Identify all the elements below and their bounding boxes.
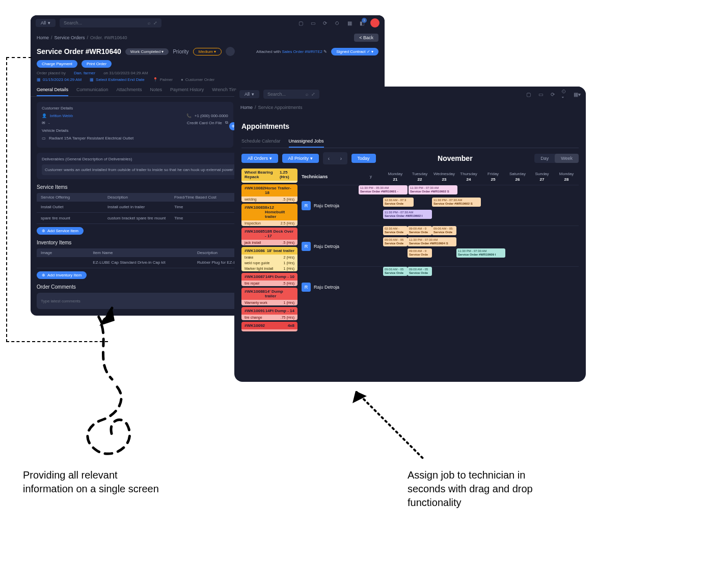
slots[interactable]: 02:30 AM -Service Orde09:00 AM - 0Servic… bbox=[359, 226, 579, 266]
add-service-button[interactable]: ⊕ Add Service Item bbox=[37, 227, 84, 235]
calendar-event[interactable]: 11:30 PM - 07:30 AMService Order #WR1060… bbox=[409, 185, 457, 194]
prev-button[interactable]: ‹ bbox=[323, 152, 335, 164]
breadcrumb-home[interactable]: Home bbox=[240, 105, 253, 110]
refresh-icon[interactable]: ⟳ bbox=[321, 19, 329, 26]
grid-icon[interactable]: ▦ bbox=[346, 19, 353, 26]
job-card[interactable]: #WK100838x12 Homebuilt trailerInspection… bbox=[241, 204, 297, 226]
job-card[interactable]: #WK1008714Ft Dump - 10tire repair.5 (Hrs… bbox=[241, 273, 297, 286]
tab-schedule[interactable]: Schedule Calendar bbox=[241, 138, 281, 148]
job-card[interactable]: #WK100924x8 bbox=[241, 322, 297, 331]
priority-label: Priority bbox=[173, 49, 188, 54]
unassigned-jobs-list[interactable]: Wheel Bearing Repack1.25 (Hrs)#WK10082Ho… bbox=[241, 169, 297, 382]
priority-dropdown[interactable]: Medium ▾ bbox=[193, 48, 222, 55]
history-icon[interactable]: ⏲▾ bbox=[561, 91, 568, 98]
phone-icon: 📞 bbox=[186, 114, 192, 118]
job-card[interactable]: #WK1009114Ft Dump - 14tire change.75 (Hr… bbox=[241, 307, 297, 320]
calendar-event[interactable]: 11:30 PM - 07:30 AMService Order #WR1060… bbox=[383, 210, 432, 219]
charge-payment-button[interactable]: Charge Payment bbox=[37, 60, 77, 68]
calendar-event[interactable]: 11:30 PM - 07:30 AMService Order #WR1060… bbox=[408, 237, 456, 246]
day-header: Saturday26 bbox=[505, 169, 530, 185]
device-icon[interactable]: ▢ bbox=[525, 91, 532, 98]
est-end-date[interactable]: ▦ Select Estimated End Date bbox=[90, 77, 145, 82]
calendar-event[interactable]: 11:30 PM - 07:30 AMService Order #WR1060… bbox=[456, 248, 505, 258]
calendar-event[interactable]: 09:00 AM - 0Service Orde bbox=[408, 248, 432, 258]
tab-communication[interactable]: Communication bbox=[76, 87, 109, 96]
attached-link[interactable]: Sales Order #WRITE2 bbox=[282, 49, 322, 54]
avatar[interactable] bbox=[370, 18, 379, 27]
today-button[interactable]: Today bbox=[351, 154, 376, 163]
priority-filter[interactable]: All Priority ▾ bbox=[282, 154, 319, 163]
calendar-event[interactable]: 11:30 PM - 05:30 AMService Order #WR1060… bbox=[359, 185, 408, 194]
calendar-event[interactable]: 09:00 AM - 05Service Orde bbox=[383, 237, 408, 246]
tab-payment[interactable]: Payment History bbox=[170, 87, 204, 96]
mail-icon: ✉ bbox=[42, 121, 45, 125]
day-header: Monday21 bbox=[383, 169, 408, 185]
location: 📍 Palmer bbox=[153, 77, 173, 82]
scope-dropdown[interactable]: All ▾ bbox=[239, 90, 259, 98]
tab-unassigned[interactable]: Unassigned Jobs bbox=[289, 138, 324, 148]
customer-name[interactable]: britton Webb bbox=[50, 114, 73, 118]
device-icon[interactable]: ▢ bbox=[297, 19, 304, 26]
breadcrumb-current: Order. #WR10640 bbox=[90, 35, 127, 40]
history-icon[interactable]: ⏲ bbox=[334, 19, 341, 26]
slots[interactable]: 09:00 AM - 05Service Orde09:00 AM - 05Se… bbox=[359, 267, 579, 307]
breadcrumb-so[interactable]: Service Orders bbox=[55, 35, 85, 40]
job-card[interactable]: #WK10082Horse Trailer-18welding.5 (Hrs) bbox=[241, 184, 297, 202]
chat-icon[interactable]: ▭ bbox=[537, 91, 544, 98]
calendar-event[interactable]: 09:00 AM - 0Service Orde bbox=[408, 226, 432, 235]
calendar-event[interactable]: 11:30 PM - 07:30 AMService Order #WR1060… bbox=[432, 198, 481, 207]
topbar: All ▾ Search...⌕⤢ ▢ ▭ ⟳ ⏲ ▦ ◧3 bbox=[31, 15, 385, 31]
calendar-event[interactable]: 12:30 AM - 07:3Service Orde bbox=[383, 198, 414, 207]
breadcrumb-home[interactable]: Home bbox=[37, 35, 49, 40]
print-order-button[interactable]: Print Order bbox=[82, 60, 112, 68]
person-icon: 👤 bbox=[42, 114, 47, 118]
calendar-event[interactable]: 09:00 AM - 05Service Orde bbox=[383, 267, 408, 276]
topbar: All ▾ Search...⌕⤢ ▢ ▭ ⟳ ⏲▾ ▦▾ bbox=[234, 87, 586, 102]
job-card[interactable]: #WK1008618' boat trailerbrake2 (Hrs)weld… bbox=[241, 247, 297, 271]
calendar-event[interactable]: 09:00 AM - 05Service Orde bbox=[408, 267, 432, 276]
day-header: Monday28 bbox=[554, 169, 579, 185]
scope-dropdown[interactable]: All ▾ bbox=[36, 19, 56, 27]
signed-contract-button[interactable]: Signed Contract ✓ ▾ bbox=[331, 48, 378, 55]
calendar-event[interactable]: 09:00 AM - 05:Service Orde bbox=[432, 226, 456, 235]
orders-filter[interactable]: All Orders ▾ bbox=[241, 154, 278, 163]
add-inventory-button[interactable]: ⊕ Add Inventory Item bbox=[37, 271, 87, 279]
tab-notes[interactable]: Notes bbox=[150, 87, 162, 96]
order-date: ▦ 01/15/2023 04:29 AM bbox=[37, 77, 82, 82]
filter-row: All Orders ▾ All Priority ▾ ‹› Today Nov… bbox=[241, 152, 579, 164]
job-card[interactable]: Wheel Bearing Repack1.25 (Hrs) bbox=[241, 169, 297, 183]
refresh-icon[interactable]: ⟳ bbox=[549, 91, 556, 98]
notif-icon[interactable]: ◧3 bbox=[358, 19, 365, 26]
customer-panel: Customer Details 👤 britton Webb 📞 +1 (00… bbox=[37, 102, 233, 148]
technicians-header: Technicians bbox=[297, 169, 359, 184]
tab-general[interactable]: General Details bbox=[37, 87, 68, 96]
back-button[interactable]: < Back bbox=[354, 34, 378, 42]
appointments-window: All ▾ Search...⌕⤢ ▢ ▭ ⟳ ⏲▾ ▦▾ Home / Ser… bbox=[234, 87, 586, 382]
chat-icon[interactable]: ▭ bbox=[309, 19, 316, 26]
grid-icon[interactable]: ▦▾ bbox=[574, 91, 581, 98]
status-dropdown[interactable]: Work Completed ▾ bbox=[125, 48, 169, 55]
placed-by-link[interactable]: Dan. farmer bbox=[74, 71, 95, 75]
calendar-event[interactable]: 02:30 AM -Service Orde bbox=[383, 226, 408, 235]
next-button[interactable]: › bbox=[335, 152, 347, 164]
search-input[interactable]: Search...⌕⤢ bbox=[60, 18, 161, 27]
calendar: Technicians yMonday21Tuesday22Wednesday2… bbox=[297, 169, 579, 382]
week-view-button[interactable]: Week bbox=[555, 154, 579, 163]
tab-attachments[interactable]: Attachments bbox=[117, 87, 142, 96]
job-card[interactable]: #WK1008518ft Deck Over - 17jack install.… bbox=[241, 228, 297, 245]
day-header: Thursday24 bbox=[456, 169, 481, 185]
connector-line bbox=[6, 57, 32, 342]
day-header: Friday25 bbox=[481, 169, 505, 185]
expand-icon: ⤢ bbox=[153, 20, 157, 25]
page-title: Service Order #WR10640 bbox=[37, 47, 121, 55]
day-view-button[interactable]: Day bbox=[534, 154, 555, 163]
calendar-icon: ▦ bbox=[90, 77, 94, 82]
slots[interactable]: 11:30 PM - 05:30 AMService Order #WR1060… bbox=[359, 185, 579, 226]
technician-row: RRaju Detroja11:30 PM - 05:30 AMService … bbox=[297, 185, 579, 226]
job-card[interactable]: #WK1008814' Dump trailerWarranty work1 (… bbox=[241, 288, 297, 305]
breadcrumb: Home / Service Orders / Order. #WR10640 … bbox=[31, 31, 385, 45]
day-header: y bbox=[359, 171, 383, 183]
extra-circle-icon[interactable] bbox=[226, 47, 235, 56]
copy-icon[interactable]: ⧉ bbox=[225, 120, 228, 125]
search-input[interactable]: Search...⌕⤢ bbox=[263, 90, 319, 99]
